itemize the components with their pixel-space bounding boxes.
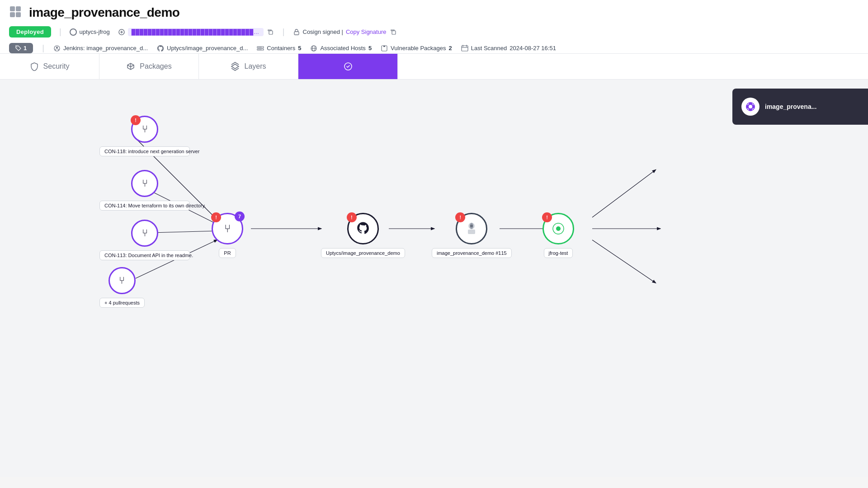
tab-layers[interactable]: Layers: [199, 54, 298, 79]
scan-icon: [461, 45, 468, 52]
user-meta: uptycs-jfrog: [70, 28, 110, 36]
node-more-prs[interactable]: ⑂ + 4 pullrequests: [99, 267, 145, 308]
more-prs-label: + 4 pullrequests: [99, 298, 145, 308]
tag-count: 1: [24, 45, 27, 52]
svg-rect-21: [462, 46, 468, 51]
containers-meta: Containers 5: [257, 45, 301, 52]
shield-icon: [30, 62, 39, 71]
circle-icon: [70, 28, 77, 36]
jfrog-label: jfrog-test: [544, 248, 573, 258]
page-title: image_provenance_demo: [29, 5, 179, 20]
svg-point-45: [752, 103, 754, 105]
node-con118[interactable]: ⑂ ! CON-118: introduce next generation s…: [99, 116, 190, 156]
con118-label: CON-118: introduce next generation serve…: [99, 146, 190, 156]
provenance-icon: [344, 62, 353, 71]
app-logo: [9, 5, 24, 20]
cosign-text: Cosign signed |: [303, 28, 343, 35]
jenkins-meta: Jenkins: image_provenance_d...: [53, 45, 148, 52]
svg-rect-1: [16, 6, 21, 11]
svg-point-10: [56, 47, 58, 48]
github-label: Uptycs/image_provenance_d...: [167, 45, 248, 52]
warning-badge-build: !: [455, 212, 465, 222]
svg-point-8: [17, 47, 18, 47]
tab-packages[interactable]: Packages: [99, 54, 199, 79]
containers-label: Containers: [267, 45, 295, 52]
svg-rect-12: [257, 49, 264, 50]
con118-circle: ⑂ !: [131, 116, 158, 143]
side-panel-logo: [745, 101, 756, 112]
build-circle: !: [456, 213, 487, 244]
warning-badge-jfrog: !: [542, 212, 552, 222]
layers-icon: [231, 62, 240, 71]
jfrog-circle: !: [542, 213, 574, 244]
svg-point-47: [752, 108, 754, 110]
svg-rect-39: [468, 230, 475, 234]
jenkins-icon: [53, 45, 61, 52]
tab-packages-label: Packages: [140, 62, 171, 70]
side-panel-label: image_provena...: [765, 103, 816, 110]
tag-badge: 1: [9, 43, 33, 53]
node-con113[interactable]: ⑂ CON-113: Document API in the readme.: [99, 220, 190, 260]
node-github[interactable]: ! Uptycs/image_provenance_demo: [321, 213, 405, 258]
scanned-date: 2024-08-27 16:51: [509, 45, 556, 52]
con114-circle: ⑂: [131, 170, 158, 197]
vuln-icon: [381, 45, 388, 52]
containers-icon: [257, 45, 264, 52]
lock-icon: [293, 28, 300, 36]
svg-rect-2: [10, 12, 15, 17]
svg-rect-7: [392, 31, 396, 34]
copy-signature-link[interactable]: Copy Signature: [346, 28, 387, 35]
username: uptycs-jfrog: [80, 28, 110, 35]
containers-count: 5: [298, 45, 301, 52]
scanned-meta: Last Scanned 2024-08-27 16:51: [461, 45, 556, 52]
pr-main-circle: ⑂ ! 7: [212, 213, 243, 244]
github-node-icon: [356, 221, 370, 236]
copy-cosign-button[interactable]: [389, 28, 397, 36]
con114-label: CON-114: Move terraform to its own direc…: [99, 201, 190, 211]
tag-icon: [15, 45, 21, 51]
side-panel-icon: [741, 98, 760, 116]
flow-area: ⑂ ! CON-118: introduce next generation s…: [0, 80, 868, 351]
cosign-meta: Cosign signed | Copy Signature: [293, 28, 397, 36]
vuln-label: Vulnerable Packages: [391, 45, 446, 52]
hosts-label: Associated Hosts: [320, 45, 365, 52]
copy-hash-button[interactable]: [266, 28, 274, 36]
svg-rect-6: [294, 32, 299, 35]
count-badge-pr: 7: [235, 211, 245, 221]
svg-rect-5: [269, 31, 273, 34]
svg-point-44: [747, 103, 749, 105]
node-pr-main[interactable]: ⑂ ! 7 PR: [212, 213, 243, 258]
node-build[interactable]: ! image_provenance_demo #115: [432, 213, 512, 258]
github-icon: [157, 45, 164, 52]
github-circle: !: [347, 213, 379, 244]
svg-line-33: [592, 170, 656, 217]
con113-label: CON-113: Document API in the readme.: [99, 250, 190, 260]
svg-rect-3: [16, 12, 21, 17]
tab-security[interactable]: Security: [0, 54, 99, 79]
tab-layers-label: Layers: [244, 62, 266, 70]
pr-main-label: PR: [219, 248, 236, 258]
vuln-count: 2: [449, 45, 452, 52]
jenkins-label: Jenkins: image_provenance_d...: [63, 45, 148, 52]
hash-meta: ████████████████████████████████████████…: [118, 28, 274, 36]
build-icon: [464, 221, 479, 236]
tab-security-label: Security: [43, 62, 70, 70]
github-meta: Uptycs/image_provenance_d...: [157, 45, 248, 52]
main-content: ⑂ ! CON-118: introduce next generation s…: [0, 80, 868, 477]
side-panel: image_provena...: [732, 89, 868, 125]
github-label-node: Uptycs/image_provenance_demo: [321, 248, 405, 258]
svg-point-43: [749, 105, 752, 108]
scanned-label: Last Scanned: [471, 45, 507, 52]
hosts-icon: [310, 45, 317, 52]
tab-bar: Security Packages Layers: [0, 54, 868, 80]
node-jfrog[interactable]: ! jfrog-test: [542, 213, 574, 258]
node-con114[interactable]: ⑂ CON-114: Move terraform to its own dir…: [99, 170, 190, 211]
deployed-badge: Deployed: [9, 26, 51, 38]
more-prs-circle: ⑂: [108, 267, 136, 294]
build-label: image_provenance_demo #115: [432, 248, 512, 258]
top-bar: image_provenance_demo Deployed | uptycs-…: [0, 0, 868, 80]
svg-point-38: [470, 225, 473, 227]
tab-provenance[interactable]: [298, 54, 398, 79]
vuln-meta: Vulnerable Packages 2: [381, 45, 452, 52]
con113-circle: ⑂: [131, 220, 158, 247]
